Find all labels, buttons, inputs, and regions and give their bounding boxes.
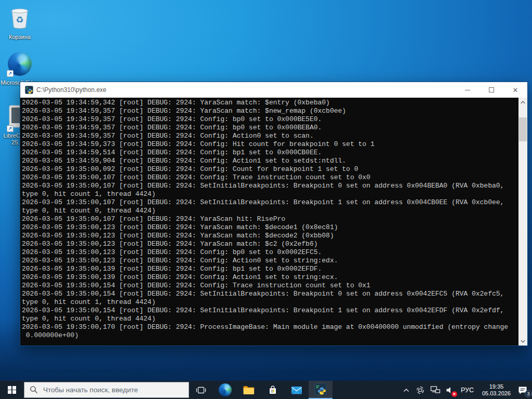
search-icon: [30, 385, 38, 394]
python-console-icon: [314, 383, 327, 397]
taskbar-mail-button[interactable]: [285, 381, 309, 399]
maximize-icon: [489, 87, 494, 92]
folder-icon: [243, 385, 255, 395]
scroll-down-icon[interactable]: [518, 337, 527, 345]
taskbar-store-button[interactable]: [261, 381, 285, 399]
task-view-button[interactable]: [189, 381, 213, 399]
task-view-icon: [196, 385, 206, 395]
taskbar-python-console-button[interactable]: [309, 381, 332, 399]
network-icon: [430, 385, 441, 394]
edge-icon: ↗: [8, 52, 32, 76]
minimize-icon: [465, 90, 470, 90]
console-window: C:\Python310\python.exe ✕ 2026-03-05 19:…: [20, 82, 528, 346]
console-scrollbar[interactable]: [518, 98, 527, 345]
close-icon: ✕: [513, 86, 518, 94]
system-tray: ✕ РУС 19:35 05.03.2026 3: [400, 381, 532, 399]
close-button[interactable]: ✕: [503, 82, 527, 98]
window-title: C:\Python310\python.exe: [36, 86, 456, 94]
search-input[interactable]: [24, 382, 189, 397]
cast-icon: [416, 385, 425, 395]
minimize-button[interactable]: [456, 82, 480, 98]
desktop-icon-recycle-bin[interactable]: ♻ Корзина: [0, 6, 39, 41]
mail-icon: [290, 385, 303, 395]
shortcut-arrow-icon: ↗: [7, 125, 14, 132]
svg-text:♻: ♻: [16, 15, 23, 25]
taskbar-search[interactable]: [24, 382, 189, 398]
shortcut-arrow-icon: ↗: [7, 70, 14, 77]
notification-count-badge: 3: [525, 390, 532, 397]
tray-expand-button[interactable]: [400, 381, 413, 399]
taskbar: ✕ РУС 19:35 05.03.2026 3: [0, 381, 532, 399]
console-output: 2026-03-05 19:34:59,342 [root] DEBUG: 29…: [22, 99, 517, 345]
edge-icon: [219, 383, 232, 396]
taskbar-explorer-button[interactable]: [237, 381, 261, 399]
clock-time: 19:35: [482, 383, 511, 390]
desktop-icon-label: Корзина: [0, 34, 39, 41]
start-button[interactable]: [0, 381, 24, 399]
taskbar-edge-button[interactable]: [213, 381, 237, 399]
chevron-up-icon: [402, 387, 410, 393]
python-console-icon: [25, 86, 33, 94]
store-icon: [267, 384, 278, 396]
tray-cast-button[interactable]: [413, 381, 428, 399]
recycle-bin-icon: ♻: [8, 6, 31, 32]
clock-date: 05.03.2026: [482, 390, 511, 397]
scrollbar-thumb[interactable]: [519, 117, 527, 141]
scroll-up-icon[interactable]: [518, 98, 527, 107]
mute-badge-icon: ✕: [451, 391, 457, 397]
console-viewport[interactable]: 2026-03-05 19:34:59,342 [root] DEBUG: 29…: [20, 98, 527, 345]
window-titlebar[interactable]: C:\Python310\python.exe ✕: [20, 82, 527, 98]
tray-volume-button[interactable]: ✕: [443, 381, 457, 399]
maximize-button[interactable]: [480, 82, 503, 98]
language-indicator[interactable]: РУС: [457, 387, 478, 394]
windows-logo-icon: [8, 386, 16, 394]
action-center-button[interactable]: 3: [515, 381, 532, 399]
taskbar-clock[interactable]: 19:35 05.03.2026: [478, 383, 515, 397]
tray-network-button[interactable]: [428, 381, 443, 399]
